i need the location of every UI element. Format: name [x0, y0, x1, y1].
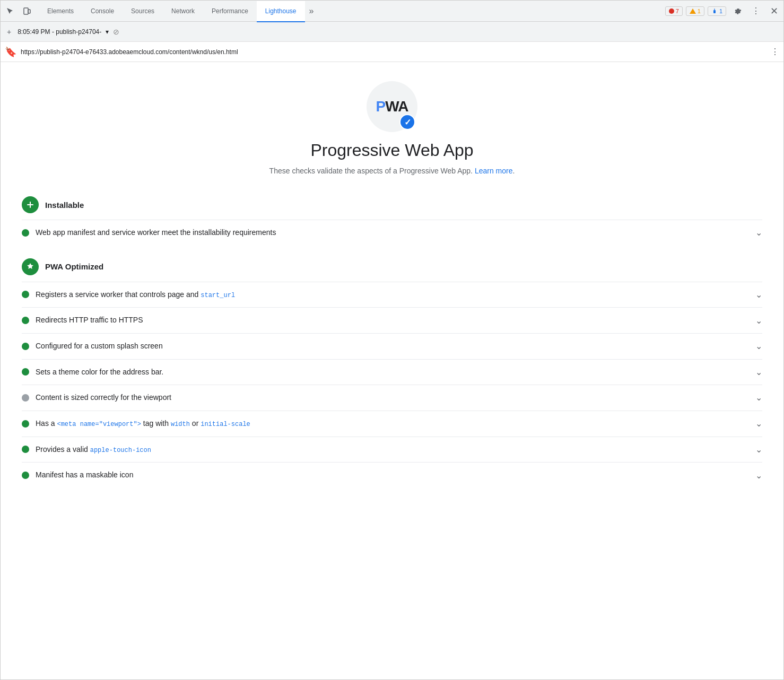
page-title: Progressive Web App	[310, 141, 473, 160]
url-display: https://publish-p24704-e76433.adobeaemcl…	[21, 48, 766, 56]
svg-point-3	[714, 8, 715, 10]
installable-audits: Web app manifest and service worker meet…	[22, 220, 762, 246]
url-more-button[interactable]: ⋮	[771, 47, 779, 57]
star-icon	[26, 263, 34, 271]
more-options-icon[interactable]: ⋮	[748, 4, 763, 19]
devtools-frame: Elements Console Sources Network Perform…	[0, 0, 784, 680]
warning-triangle-icon	[690, 8, 696, 14]
new-tab-button[interactable]: +	[5, 27, 13, 37]
tab-more-button[interactable]: »	[305, 1, 318, 22]
timestamp-label: 8:05:49 PM - publish-p24704-	[18, 28, 101, 36]
tab-tools: ⋮ ✕	[730, 4, 781, 19]
audit-status-green-icon	[22, 472, 29, 479]
pwa-checkmark-icon: ✓	[399, 114, 415, 130]
audit-viewport[interactable]: Has a <meta name="viewport"> tag with wi…	[22, 411, 762, 437]
chevron-down-icon: ⌄	[755, 316, 762, 326]
tab-icons	[3, 4, 34, 19]
session-dropdown[interactable]: ▾	[106, 28, 109, 36]
chevron-down-icon: ⌄	[755, 393, 762, 403]
tab-bar: Elements Console Sources Network Perform…	[1, 1, 783, 22]
svg-rect-2	[713, 10, 716, 13]
info-badge[interactable]: 1	[708, 6, 726, 16]
audit-service-worker[interactable]: Registers a service worker that controls…	[22, 282, 762, 308]
audit-redirects-http[interactable]: Redirects HTTP traffic to HTTPS ⌄	[22, 307, 762, 333]
device-toggle-icon[interactable]	[20, 4, 34, 19]
audit-status-green-icon	[22, 291, 29, 298]
tab-sources[interactable]: Sources	[123, 1, 163, 22]
pwa-optimized-icon	[22, 258, 39, 275]
tab-badges: 7 1 1	[665, 6, 726, 16]
audit-apple-touch-icon[interactable]: Provides a valid apple-touch-icon ⌄	[22, 437, 762, 463]
no-throttling-icon: ⊘	[113, 28, 119, 36]
audit-status-green-icon	[22, 317, 29, 324]
chevron-down-icon: ⌄	[755, 290, 762, 300]
pwa-icon-text: PWA	[376, 98, 408, 115]
chevron-down-icon: ⌄	[755, 228, 762, 238]
audit-status-green-icon	[22, 229, 29, 237]
info-icon	[711, 8, 718, 14]
chevron-down-icon: ⌄	[755, 367, 762, 377]
chevron-down-icon: ⌄	[755, 444, 762, 455]
error-dot-icon	[669, 8, 674, 14]
tab-performance[interactable]: Performance	[203, 1, 257, 22]
audit-splash-screen[interactable]: Configured for a custom splash screen ⌄	[22, 333, 762, 359]
error-badge[interactable]: 7	[665, 6, 683, 16]
settings-icon[interactable]	[730, 4, 745, 19]
url-bar: 🔖 https://publish-p24704-e76433.adobeaem…	[1, 42, 783, 62]
audit-status-green-icon	[22, 446, 29, 453]
security-warning-icon: 🔖	[5, 46, 16, 58]
audit-content-width[interactable]: Content is sized correctly for the viewp…	[22, 385, 762, 411]
audit-themed-omnibox[interactable]: Sets a theme color for the address bar. …	[22, 359, 762, 385]
audit-status-green-icon	[22, 420, 29, 428]
audit-maskable-icon[interactable]: Manifest has a maskable icon ⌄	[22, 462, 762, 488]
svg-rect-5	[27, 204, 33, 205]
tab-network[interactable]: Network	[163, 1, 203, 22]
pwa-header: PWA ✓ Progressive Web App These checks v…	[22, 73, 762, 175]
installable-title: Installable	[45, 200, 84, 210]
audit-status-gray-icon	[22, 394, 29, 402]
tab-console[interactable]: Console	[82, 1, 123, 22]
cursor-icon[interactable]	[3, 4, 18, 19]
pwa-optimized-title: PWA Optimized	[45, 262, 103, 271]
installable-icon	[22, 196, 39, 213]
address-bar: + 8:05:49 PM - publish-p24704- ▾ ⊘	[1, 22, 783, 42]
svg-rect-1	[28, 10, 30, 13]
installable-section-header: Installable	[22, 188, 762, 220]
audit-installable-manifest[interactable]: Web app manifest and service worker meet…	[22, 220, 762, 246]
chevron-down-icon: ⌄	[755, 341, 762, 351]
main-content: PWA ✓ Progressive Web App These checks v…	[1, 62, 783, 679]
svg-rect-0	[24, 8, 28, 14]
chevron-down-icon: ⌄	[755, 470, 762, 481]
pwa-icon-container: PWA ✓	[367, 81, 417, 132]
close-devtools-button[interactable]: ✕	[766, 4, 781, 19]
learn-more-link[interactable]: Learn more	[475, 167, 513, 175]
pwa-subtitle: These checks validate the aspects of a P…	[269, 167, 515, 175]
pwa-optimized-section-header: PWA Optimized	[22, 246, 762, 282]
audit-status-green-icon	[22, 368, 29, 376]
tab-elements[interactable]: Elements	[39, 1, 82, 22]
plus-icon	[25, 200, 35, 210]
pwa-optimized-audits: Registers a service worker that controls…	[22, 282, 762, 488]
tab-lighthouse[interactable]: Lighthouse	[257, 1, 305, 22]
chevron-down-icon: ⌄	[755, 419, 762, 429]
audit-status-green-icon	[22, 343, 29, 350]
warning-badge[interactable]: 1	[686, 6, 704, 16]
